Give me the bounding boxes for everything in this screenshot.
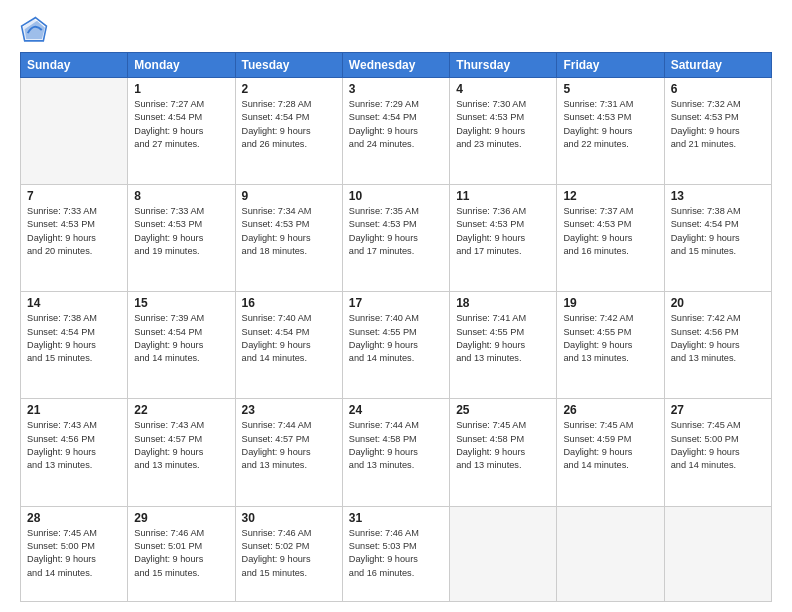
day-number: 6 [671,82,765,96]
week-row-1: 1Sunrise: 7:27 AM Sunset: 4:54 PM Daylig… [21,78,772,185]
day-cell [664,506,771,601]
weekday-header-monday: Monday [128,53,235,78]
day-number: 4 [456,82,550,96]
day-info: Sunrise: 7:44 AM Sunset: 4:57 PM Dayligh… [242,419,336,472]
day-cell: 26Sunrise: 7:45 AM Sunset: 4:59 PM Dayli… [557,399,664,506]
day-cell: 18Sunrise: 7:41 AM Sunset: 4:55 PM Dayli… [450,292,557,399]
week-row-5: 28Sunrise: 7:45 AM Sunset: 5:00 PM Dayli… [21,506,772,601]
day-cell: 30Sunrise: 7:46 AM Sunset: 5:02 PM Dayli… [235,506,342,601]
weekday-header-row: SundayMondayTuesdayWednesdayThursdayFrid… [21,53,772,78]
day-number: 22 [134,403,228,417]
day-info: Sunrise: 7:39 AM Sunset: 4:54 PM Dayligh… [134,312,228,365]
day-info: Sunrise: 7:38 AM Sunset: 4:54 PM Dayligh… [27,312,121,365]
day-cell: 10Sunrise: 7:35 AM Sunset: 4:53 PM Dayli… [342,185,449,292]
day-number: 13 [671,189,765,203]
day-number: 8 [134,189,228,203]
day-cell: 11Sunrise: 7:36 AM Sunset: 4:53 PM Dayli… [450,185,557,292]
day-number: 30 [242,511,336,525]
day-cell: 12Sunrise: 7:37 AM Sunset: 4:53 PM Dayli… [557,185,664,292]
day-info: Sunrise: 7:40 AM Sunset: 4:54 PM Dayligh… [242,312,336,365]
day-number: 10 [349,189,443,203]
day-number: 21 [27,403,121,417]
day-info: Sunrise: 7:27 AM Sunset: 4:54 PM Dayligh… [134,98,228,151]
day-cell: 29Sunrise: 7:46 AM Sunset: 5:01 PM Dayli… [128,506,235,601]
day-cell: 15Sunrise: 7:39 AM Sunset: 4:54 PM Dayli… [128,292,235,399]
day-number: 17 [349,296,443,310]
day-info: Sunrise: 7:37 AM Sunset: 4:53 PM Dayligh… [563,205,657,258]
day-cell: 31Sunrise: 7:46 AM Sunset: 5:03 PM Dayli… [342,506,449,601]
day-info: Sunrise: 7:42 AM Sunset: 4:55 PM Dayligh… [563,312,657,365]
day-number: 5 [563,82,657,96]
day-cell: 13Sunrise: 7:38 AM Sunset: 4:54 PM Dayli… [664,185,771,292]
day-cell: 7Sunrise: 7:33 AM Sunset: 4:53 PM Daylig… [21,185,128,292]
day-cell: 21Sunrise: 7:43 AM Sunset: 4:56 PM Dayli… [21,399,128,506]
weekday-header-thursday: Thursday [450,53,557,78]
day-info: Sunrise: 7:35 AM Sunset: 4:53 PM Dayligh… [349,205,443,258]
day-number: 26 [563,403,657,417]
day-number: 29 [134,511,228,525]
day-number: 9 [242,189,336,203]
header [20,16,772,44]
weekday-header-friday: Friday [557,53,664,78]
day-number: 28 [27,511,121,525]
day-cell [557,506,664,601]
week-row-2: 7Sunrise: 7:33 AM Sunset: 4:53 PM Daylig… [21,185,772,292]
day-number: 24 [349,403,443,417]
day-info: Sunrise: 7:43 AM Sunset: 4:56 PM Dayligh… [27,419,121,472]
day-number: 23 [242,403,336,417]
day-info: Sunrise: 7:46 AM Sunset: 5:01 PM Dayligh… [134,527,228,580]
day-info: Sunrise: 7:29 AM Sunset: 4:54 PM Dayligh… [349,98,443,151]
day-cell: 8Sunrise: 7:33 AM Sunset: 4:53 PM Daylig… [128,185,235,292]
day-info: Sunrise: 7:45 AM Sunset: 5:00 PM Dayligh… [27,527,121,580]
day-number: 12 [563,189,657,203]
day-number: 20 [671,296,765,310]
day-info: Sunrise: 7:36 AM Sunset: 4:53 PM Dayligh… [456,205,550,258]
day-info: Sunrise: 7:31 AM Sunset: 4:53 PM Dayligh… [563,98,657,151]
weekday-header-wednesday: Wednesday [342,53,449,78]
day-info: Sunrise: 7:30 AM Sunset: 4:53 PM Dayligh… [456,98,550,151]
day-number: 25 [456,403,550,417]
logo [20,16,52,44]
day-number: 16 [242,296,336,310]
day-info: Sunrise: 7:40 AM Sunset: 4:55 PM Dayligh… [349,312,443,365]
day-cell: 14Sunrise: 7:38 AM Sunset: 4:54 PM Dayli… [21,292,128,399]
day-info: Sunrise: 7:43 AM Sunset: 4:57 PM Dayligh… [134,419,228,472]
day-cell [21,78,128,185]
day-cell: 25Sunrise: 7:45 AM Sunset: 4:58 PM Dayli… [450,399,557,506]
day-info: Sunrise: 7:28 AM Sunset: 4:54 PM Dayligh… [242,98,336,151]
day-cell: 3Sunrise: 7:29 AM Sunset: 4:54 PM Daylig… [342,78,449,185]
weekday-header-sunday: Sunday [21,53,128,78]
calendar-table: SundayMondayTuesdayWednesdayThursdayFrid… [20,52,772,602]
day-number: 2 [242,82,336,96]
day-cell: 24Sunrise: 7:44 AM Sunset: 4:58 PM Dayli… [342,399,449,506]
day-info: Sunrise: 7:45 AM Sunset: 4:58 PM Dayligh… [456,419,550,472]
day-number: 3 [349,82,443,96]
day-info: Sunrise: 7:34 AM Sunset: 4:53 PM Dayligh… [242,205,336,258]
day-cell: 9Sunrise: 7:34 AM Sunset: 4:53 PM Daylig… [235,185,342,292]
day-number: 14 [27,296,121,310]
day-number: 15 [134,296,228,310]
day-cell: 5Sunrise: 7:31 AM Sunset: 4:53 PM Daylig… [557,78,664,185]
day-number: 18 [456,296,550,310]
day-cell: 28Sunrise: 7:45 AM Sunset: 5:00 PM Dayli… [21,506,128,601]
week-row-3: 14Sunrise: 7:38 AM Sunset: 4:54 PM Dayli… [21,292,772,399]
day-info: Sunrise: 7:33 AM Sunset: 4:53 PM Dayligh… [27,205,121,258]
weekday-header-saturday: Saturday [664,53,771,78]
day-cell: 1Sunrise: 7:27 AM Sunset: 4:54 PM Daylig… [128,78,235,185]
day-cell: 4Sunrise: 7:30 AM Sunset: 4:53 PM Daylig… [450,78,557,185]
day-info: Sunrise: 7:44 AM Sunset: 4:58 PM Dayligh… [349,419,443,472]
day-cell: 2Sunrise: 7:28 AM Sunset: 4:54 PM Daylig… [235,78,342,185]
day-number: 19 [563,296,657,310]
day-cell: 23Sunrise: 7:44 AM Sunset: 4:57 PM Dayli… [235,399,342,506]
day-cell: 22Sunrise: 7:43 AM Sunset: 4:57 PM Dayli… [128,399,235,506]
day-info: Sunrise: 7:32 AM Sunset: 4:53 PM Dayligh… [671,98,765,151]
day-number: 1 [134,82,228,96]
day-cell: 17Sunrise: 7:40 AM Sunset: 4:55 PM Dayli… [342,292,449,399]
day-number: 11 [456,189,550,203]
week-row-4: 21Sunrise: 7:43 AM Sunset: 4:56 PM Dayli… [21,399,772,506]
day-cell: 6Sunrise: 7:32 AM Sunset: 4:53 PM Daylig… [664,78,771,185]
day-number: 27 [671,403,765,417]
day-cell: 19Sunrise: 7:42 AM Sunset: 4:55 PM Dayli… [557,292,664,399]
day-info: Sunrise: 7:38 AM Sunset: 4:54 PM Dayligh… [671,205,765,258]
day-info: Sunrise: 7:41 AM Sunset: 4:55 PM Dayligh… [456,312,550,365]
